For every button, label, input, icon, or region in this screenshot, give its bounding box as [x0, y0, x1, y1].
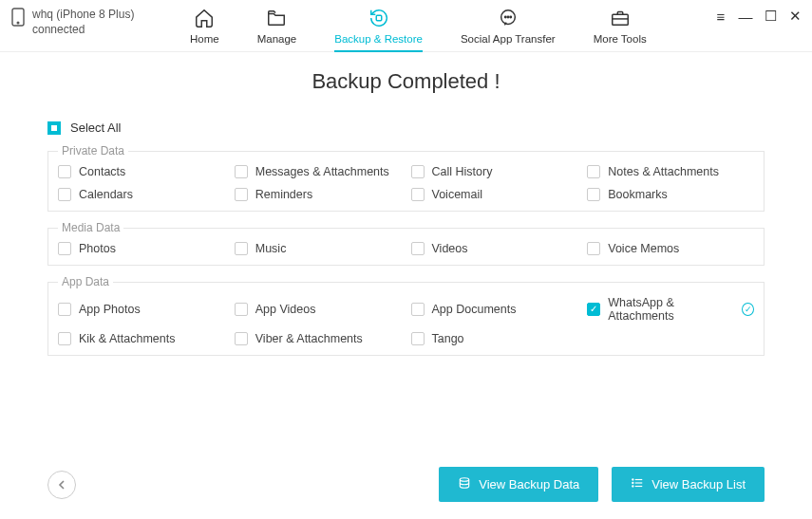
checkbox[interactable] — [587, 165, 600, 178]
item-label: Messages & Attachments — [255, 165, 389, 178]
svg-point-6 — [510, 16, 511, 17]
checkbox[interactable] — [587, 303, 600, 316]
item-call-history[interactable]: Call History — [411, 165, 578, 178]
checkbox[interactable] — [411, 242, 425, 255]
back-button[interactable] — [47, 471, 76, 499]
item-label: Photos — [79, 242, 116, 255]
item-app-videos[interactable]: App Videos — [235, 296, 402, 323]
item-label: Kik & Attachments — [79, 332, 175, 345]
item-reminders[interactable]: Reminders — [235, 188, 402, 201]
chat-icon — [498, 8, 519, 30]
item-label: Notes & Attachments — [608, 165, 719, 178]
item-calendars[interactable]: Calendars — [58, 188, 225, 201]
svg-point-12 — [633, 479, 633, 480]
item-tango[interactable]: Tango — [411, 332, 578, 345]
content-area: Backup Completed ! Select All Private Da… — [0, 52, 812, 356]
checkbox[interactable] — [411, 332, 425, 345]
svg-point-13 — [633, 482, 633, 483]
group-legend: Private Data — [58, 144, 128, 158]
item-label: App Documents — [432, 303, 517, 316]
nav-home[interactable]: Home — [190, 8, 219, 52]
window-controls: ≡ — ☐ ✕ — [713, 8, 803, 25]
checkbox[interactable] — [587, 242, 600, 255]
item-app-documents[interactable]: App Documents — [411, 296, 578, 323]
item-label: WhatsApp & Attachments — [608, 296, 730, 323]
nav-backup-restore[interactable]: Backup & Restore — [334, 8, 423, 52]
checkbox[interactable] — [58, 332, 71, 345]
checkbox[interactable] — [235, 242, 248, 255]
item-messages-attachments[interactable]: Messages & Attachments — [235, 165, 402, 178]
checkbox[interactable] — [235, 165, 248, 178]
checkbox[interactable] — [411, 303, 425, 316]
item-kik-attachments[interactable]: Kik & Attachments — [58, 332, 225, 345]
item-label: Music — [255, 242, 287, 255]
home-icon — [194, 8, 215, 30]
item-label: App Videos — [255, 303, 316, 316]
checkbox[interactable] — [58, 165, 71, 178]
checkbox[interactable] — [411, 165, 425, 178]
device-name: whq (iPhone 8 Plus) — [32, 8, 134, 23]
folder-icon — [266, 8, 287, 30]
page-title: Backup Completed ! — [47, 69, 765, 94]
stack-icon — [458, 476, 471, 492]
minimize-icon[interactable]: — — [738, 9, 753, 25]
checkbox[interactable] — [587, 188, 600, 201]
item-bookmarks[interactable]: Bookmarks — [587, 188, 754, 201]
item-whatsapp-attachments[interactable]: WhatsApp & Attachments✓ — [587, 296, 754, 323]
item-music[interactable]: Music — [235, 242, 402, 255]
success-icon: ✓ — [742, 303, 754, 316]
item-photos[interactable]: Photos — [58, 242, 225, 255]
group-media-data: Media Data PhotosMusicVideosVoice Memos — [47, 221, 765, 266]
restore-icon — [368, 8, 389, 30]
toolbox-icon — [610, 8, 631, 30]
item-label: Reminders — [255, 188, 312, 201]
item-viber-attachments[interactable]: Viber & Attachments — [235, 332, 402, 345]
footer: View Backup Data View Backup List — [47, 467, 765, 502]
checkbox[interactable] — [235, 303, 248, 316]
svg-point-8 — [461, 478, 469, 482]
item-voicemail[interactable]: Voicemail — [411, 188, 578, 201]
nav-social[interactable]: Social App Transfer — [461, 8, 556, 52]
item-label: Videos — [432, 242, 468, 255]
nav-more-tools[interactable]: More Tools — [594, 8, 647, 52]
view-backup-data-button[interactable]: View Backup Data — [439, 467, 598, 502]
checkbox[interactable] — [235, 188, 248, 201]
svg-point-1 — [17, 22, 19, 24]
svg-point-5 — [507, 16, 508, 17]
phone-icon — [11, 8, 25, 29]
svg-rect-2 — [376, 15, 382, 21]
select-all-checkbox[interactable] — [47, 121, 61, 135]
checkbox[interactable] — [58, 188, 71, 201]
checkbox[interactable] — [235, 332, 248, 345]
maximize-icon[interactable]: ☐ — [763, 8, 778, 25]
device-status: connected — [32, 23, 134, 38]
checkbox[interactable] — [58, 303, 71, 316]
select-all-row[interactable]: Select All — [47, 120, 765, 135]
item-app-photos[interactable]: App Photos — [58, 296, 225, 323]
close-icon[interactable]: ✕ — [787, 8, 803, 25]
checkbox[interactable] — [411, 188, 425, 201]
select-all-label: Select All — [70, 120, 121, 135]
item-label: Voice Memos — [608, 242, 679, 255]
view-backup-list-button[interactable]: View Backup List — [612, 467, 765, 502]
item-label: Tango — [432, 332, 464, 345]
titlebar: whq (iPhone 8 Plus) connected Home Manag… — [0, 0, 812, 52]
item-videos[interactable]: Videos — [411, 242, 578, 255]
group-private-data: Private Data ContactsMessages & Attachme… — [47, 144, 765, 212]
nav-manage[interactable]: Manage — [257, 8, 297, 52]
item-voice-memos[interactable]: Voice Memos — [587, 242, 754, 255]
group-legend: Media Data — [58, 221, 123, 234]
checkbox[interactable] — [58, 242, 71, 255]
item-label: Voicemail — [432, 188, 483, 201]
item-label: Calendars — [79, 188, 133, 201]
item-label: Contacts — [79, 165, 125, 178]
item-label: Call History — [432, 165, 493, 178]
menu-icon[interactable]: ≡ — [713, 9, 728, 25]
item-label: App Photos — [79, 303, 141, 316]
list-icon — [631, 476, 644, 492]
item-contacts[interactable]: Contacts — [58, 165, 225, 178]
main-nav: Home Manage Backup & Restore Social App … — [173, 8, 713, 52]
item-label: Bookmarks — [608, 188, 668, 201]
item-notes-attachments[interactable]: Notes & Attachments — [587, 165, 754, 178]
svg-rect-7 — [612, 14, 628, 25]
